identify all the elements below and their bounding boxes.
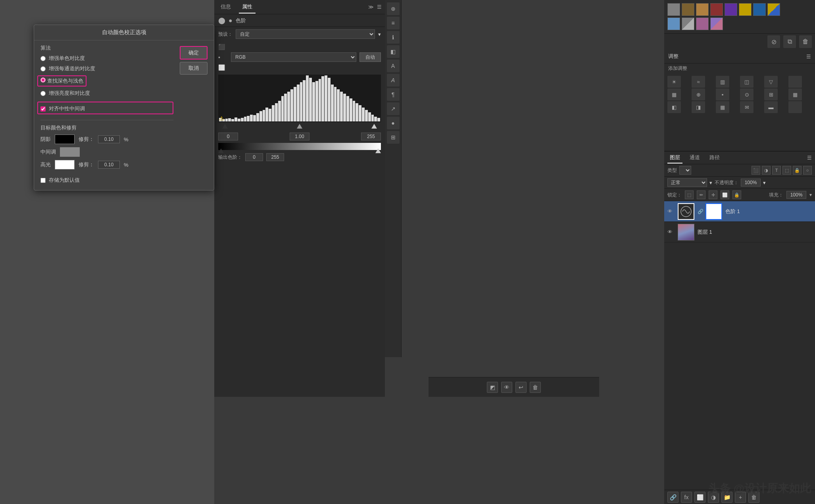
swatch-lightblue[interactable]: [667, 17, 680, 30]
toolbar-apps-btn[interactable]: ⊞: [387, 131, 400, 144]
tab-paths[interactable]: 路径: [707, 152, 722, 164]
radio-enhance-brightness[interactable]: [40, 91, 46, 96]
layer-link-btn[interactable]: 🔗: [667, 492, 679, 503]
radio-enhance-channel[interactable]: [40, 66, 46, 71]
layer-item-bg[interactable]: 👁 图层 1: [664, 222, 815, 242]
layer-effects-btn[interactable]: fx: [681, 492, 692, 503]
swatch-purple2[interactable]: [710, 17, 723, 30]
layers-tab-menu-icon[interactable]: ☰: [807, 155, 812, 161]
tab-properties[interactable]: 属性: [239, 1, 256, 13]
clip-to-layer-btn[interactable]: ◩: [487, 382, 498, 393]
swatch-mauve[interactable]: [696, 17, 709, 30]
lock-paint-btn[interactable]: ✏: [697, 190, 705, 199]
lock-move-btn[interactable]: ✛: [709, 190, 717, 199]
ok-button[interactable]: 确定: [180, 46, 208, 60]
black-point-slider[interactable]: [222, 124, 228, 129]
toolbar-paragraph-btn[interactable]: ¶: [387, 88, 400, 101]
toolbar-move-btn[interactable]: ⊕: [387, 2, 400, 15]
layer-visibility-bg[interactable]: 👁: [667, 229, 675, 235]
adj-empty1-icon[interactable]: [788, 76, 802, 88]
panel-no-icon[interactable]: ⊘: [767, 35, 780, 48]
highlight-clip-input[interactable]: 0.10: [98, 161, 120, 169]
adj-vibrance-icon[interactable]: ◫: [740, 76, 753, 88]
filter-type-select[interactable]: [679, 166, 691, 175]
input-sliders[interactable]: [218, 122, 381, 129]
adj-gradientmap-icon[interactable]: ✉: [740, 101, 753, 113]
filter-shape-btn[interactable]: ⬚: [782, 166, 791, 175]
preset-select[interactable]: 自定: [236, 29, 375, 39]
shadow-color-swatch[interactable]: [55, 135, 75, 144]
filter-adjustment-btn[interactable]: ◑: [762, 166, 771, 175]
highlight-color-swatch[interactable]: [55, 160, 75, 169]
eyedropper-white-btn[interactable]: ⬜: [218, 63, 226, 71]
output-black-slider[interactable]: [218, 148, 224, 153]
adj-hsl-icon[interactable]: ⊕: [692, 88, 705, 100]
view-btn[interactable]: 👁: [501, 382, 512, 393]
adj-posterize-icon[interactable]: ◨: [692, 101, 705, 113]
snap-neutral-checkbox[interactable]: [40, 106, 46, 112]
adj-gradient-icon[interactable]: ▽: [764, 76, 778, 88]
swatch-brown2[interactable]: [696, 3, 709, 16]
radio-item-3[interactable]: 查找深色与浅色: [40, 75, 173, 87]
adj-photofilter-icon[interactable]: ⊞: [764, 88, 778, 100]
blend-mode-select[interactable]: 正常: [667, 178, 707, 187]
delete-btn[interactable]: 🗑: [530, 382, 541, 393]
panel-menu-icon[interactable]: ≫: [368, 4, 374, 10]
panel-copy-icon[interactable]: ⧉: [783, 35, 796, 48]
swatch-purple1[interactable]: [725, 3, 737, 16]
midpoint-slider[interactable]: [297, 124, 302, 129]
lock-artboard-btn[interactable]: ⬜: [721, 190, 729, 199]
adj-colorbalance-icon[interactable]: ▪: [716, 88, 729, 100]
layer-item-levels[interactable]: 👁 🔗 色阶 1: [664, 201, 815, 222]
output-white-slider[interactable]: [375, 148, 381, 153]
panel-options-icon[interactable]: ☰: [377, 4, 382, 10]
adj-threshold-icon[interactable]: ▦: [716, 101, 729, 113]
swatch-blue[interactable]: [753, 3, 766, 16]
auto-levels-button[interactable]: 自动: [359, 52, 381, 62]
swatch-red[interactable]: [710, 3, 723, 16]
adj-levels-icon[interactable]: ▦: [667, 88, 681, 100]
adjustments-menu-icon[interactable]: ☰: [806, 54, 811, 60]
reset-btn[interactable]: ↩: [515, 382, 527, 393]
tab-layers[interactable]: 图层: [667, 152, 682, 164]
toolbar-info-btn[interactable]: ℹ: [387, 31, 400, 44]
channel-select[interactable]: RGB: [231, 52, 356, 62]
swatch-gray2[interactable]: [682, 17, 694, 30]
lock-all-btn[interactable]: 🔒: [732, 190, 741, 199]
layer-visibility-levels[interactable]: 👁: [667, 208, 675, 214]
fill-input[interactable]: 100%: [786, 191, 806, 199]
swatch-gray[interactable]: [667, 3, 680, 16]
swatch-gold[interactable]: [739, 3, 752, 16]
adj-brightness-icon[interactable]: ☀: [667, 76, 681, 88]
radio-find-dark[interactable]: [40, 77, 46, 83]
radio-item-1[interactable]: 增强单色对比度: [40, 55, 173, 62]
mid-input[interactable]: 1.00: [290, 133, 309, 140]
shadow-clip-input[interactable]: 0.10: [98, 135, 120, 143]
cancel-button[interactable]: 取消: [180, 62, 208, 75]
toolbar-layers-btn[interactable]: ≡: [387, 17, 400, 29]
layer-mask-levels[interactable]: [705, 203, 722, 220]
radio-item-4[interactable]: 增强亮度和对比度: [40, 90, 173, 97]
white-input[interactable]: 255: [361, 133, 381, 140]
swatch-gradient[interactable]: [767, 3, 780, 16]
midtone-color-swatch[interactable]: [60, 147, 80, 157]
adj-curves-icon[interactable]: ≈: [692, 76, 705, 88]
white-point-slider[interactable]: [371, 124, 377, 129]
toolbar-3d-btn[interactable]: ◧: [387, 45, 400, 58]
radio-enhance-mono[interactable]: [40, 56, 46, 61]
black-input[interactable]: 0: [218, 133, 238, 140]
save-defaults-checkbox[interactable]: [40, 178, 46, 183]
eyedropper-gray-btn[interactable]: ▪: [218, 53, 226, 61]
tab-info[interactable]: 信息: [217, 1, 234, 13]
adj-selectivecolor-icon[interactable]: ▬: [764, 101, 778, 113]
toolbar-share-btn[interactable]: ↗: [387, 102, 400, 115]
radio-item-2[interactable]: 增强每通道的对比度: [40, 65, 173, 72]
panel-delete-icon[interactable]: 🗑: [799, 35, 812, 48]
toolbar-text2-btn[interactable]: A: [387, 74, 400, 87]
lock-pixels-btn[interactable]: ⬚: [685, 190, 694, 199]
toolbar-record-btn[interactable]: ●: [387, 117, 400, 129]
adj-exposure-icon[interactable]: ▥: [716, 76, 729, 88]
output-black-input[interactable]: 0: [245, 153, 263, 161]
adj-blackwhite-icon[interactable]: ⊙: [740, 88, 753, 100]
eyedropper-black-btn[interactable]: ⬛: [218, 43, 226, 51]
